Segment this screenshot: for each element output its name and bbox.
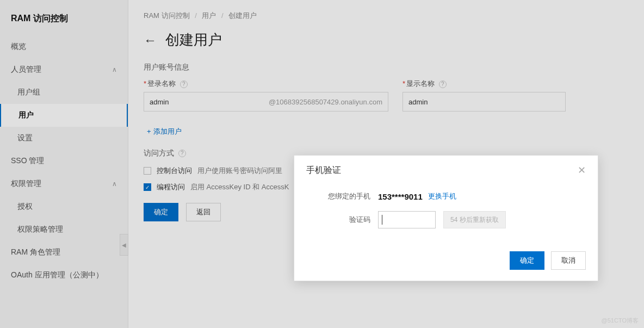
modal-title: 手机验证: [306, 165, 341, 176]
bound-phone-value: 153****9011: [378, 192, 423, 201]
phone-verify-modal: 手机验证 ✕ 您绑定的手机 153****9011 更换手机 验证码 54 秒后…: [294, 155, 598, 281]
change-phone-link[interactable]: 更换手机: [428, 191, 456, 201]
bound-phone-label: 您绑定的手机: [311, 191, 370, 201]
close-icon[interactable]: ✕: [578, 164, 586, 176]
verification-code-input[interactable]: [378, 211, 436, 228]
code-label: 验证码: [311, 215, 370, 225]
resend-code-button[interactable]: 54 秒后重新获取: [443, 211, 506, 228]
watermark: @51CTO博客: [602, 317, 639, 325]
modal-ok-button[interactable]: 确定: [510, 251, 544, 270]
modal-cancel-button[interactable]: 取消: [551, 251, 586, 270]
